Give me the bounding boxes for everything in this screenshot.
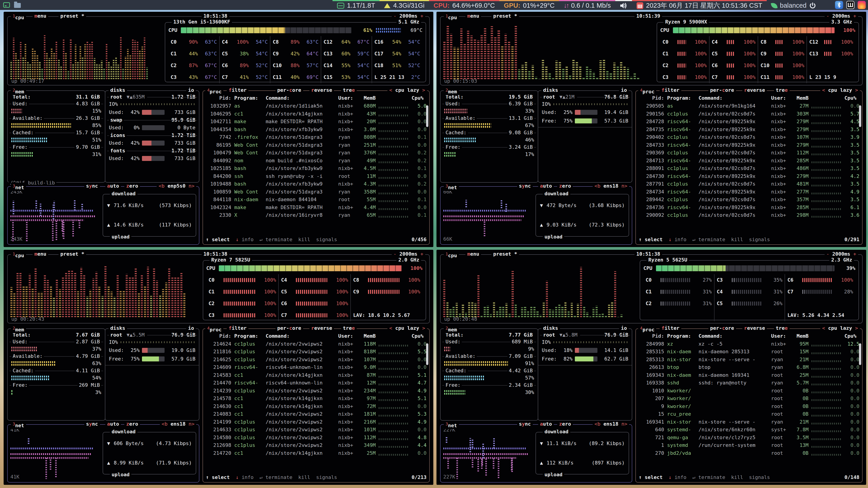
col-memb[interactable]: MemB	[359, 333, 376, 339]
process-scrollbar[interactable]	[426, 105, 428, 127]
process-row[interactable]: 289442cc1plus/nix/store/02cs0d7snixb+357…	[639, 196, 860, 204]
net-auto-button[interactable]: auto	[105, 183, 121, 189]
sort-next-button[interactable]: >	[852, 87, 858, 93]
network-panel-title[interactable]: 3net	[11, 421, 26, 429]
col-memb[interactable]: MemB	[792, 95, 809, 101]
kill-action[interactable]: kill	[298, 474, 310, 481]
tree-toggle[interactable]: tree	[341, 325, 357, 332]
process-row[interactable]: 100859Web Cont/nix/store/51dxgra3ryan358…	[206, 188, 427, 196]
net-zero-button[interactable]: zero	[557, 421, 573, 427]
net-interface-selector[interactable]: <b ens18 n>	[593, 421, 629, 427]
col-pid[interactable]: Pid:	[639, 95, 664, 101]
terminal-icon[interactable]	[3, 2, 10, 8]
preset-button[interactable]: preset *	[491, 251, 519, 257]
process-row[interactable]: 284736riscv64-/nix/store/89225k9xnixb+28…	[639, 204, 860, 212]
process-row[interactable]: 100479Web Cont/nix/store/51dxgra3ryan376…	[206, 149, 427, 157]
process-row[interactable]: 15rcu_preeroot0B0.0	[639, 410, 860, 418]
process-row[interactable]: 640systemd-/nix/store/6nkzr60nsyst+7.8M0…	[639, 426, 860, 434]
menu-button[interactable]: menu	[465, 13, 481, 20]
sort-next-button[interactable]: >	[419, 325, 426, 331]
clock-indicator[interactable]: 2023年 06月 17日 星期六 10:51:36 CST	[632, 0, 767, 10]
memory-panel-title[interactable]: 2mem	[11, 87, 26, 95]
sort-prev-button[interactable]: <	[822, 87, 828, 93]
gpu-indicator[interactable]: GPU: 01%+29°C	[499, 0, 559, 10]
col-program[interactable]: Program:	[234, 95, 263, 101]
col-user[interactable]: User:	[771, 95, 789, 101]
per-core-toggle[interactable]: per-core	[276, 325, 303, 332]
tree-toggle[interactable]: tree	[774, 325, 789, 332]
terminate-action[interactable]: ↵ terminate	[259, 236, 292, 243]
process-row[interactable]: 214624cc1plus/nix/store/2vwipws2nixb+118…	[206, 340, 427, 348]
sort-prev-button[interactable]: <	[389, 325, 395, 331]
col-pid[interactable]: Pid:	[206, 333, 231, 339]
cpu-panel-title[interactable]: 1cpu	[444, 251, 459, 259]
disks-panel-title[interactable]: disks	[541, 325, 560, 332]
process-row[interactable]: 2330X/nix/store/16iryvr8ryan65M0.1	[206, 211, 427, 219]
select-action[interactable]: ↑ select	[206, 474, 230, 481]
process-row[interactable]: 169341nix-stornix-store --serve -ryan21M…	[639, 418, 860, 426]
memory-indicator[interactable]: 4.3Gi/31Gi	[379, 0, 429, 10]
power-profile-indicator[interactable]: balanced	[767, 0, 820, 10]
io-toggle[interactable]: io	[619, 325, 629, 332]
interval-decrease-button[interactable]: -	[394, 13, 400, 19]
cpu-panel-title[interactable]: 1cpu	[444, 13, 459, 21]
filter-button[interactable]: filter	[659, 325, 681, 332]
terminate-action[interactable]: ↵ terminate	[692, 474, 725, 481]
process-row[interactable]: 844118nix-daemnix-daemon 844104root55M0.…	[206, 196, 427, 204]
process-row[interactable]: 284730riscv64-/nix/store/89225k9xnixb+27…	[639, 173, 860, 180]
process-row[interactable]: 214609riscv64-riscv64-unknown-linnixb+9.…	[206, 363, 427, 371]
process-row[interactable]: 169338sshdsshd: ryan@nottyryan5.7M0.0	[639, 379, 860, 387]
signals-action[interactable]: signals	[316, 474, 337, 481]
col-cpu[interactable]: Cpu% ↑	[412, 95, 427, 101]
preset-button[interactable]: preset *	[59, 251, 86, 257]
terminate-action[interactable]: ↵ terminate	[259, 474, 292, 481]
io-toggle[interactable]: io	[186, 87, 196, 94]
process-row[interactable]: 284998xzxz -c -5nixb+95M12.5	[639, 340, 860, 348]
sort-prev-button[interactable]: <	[822, 325, 828, 331]
process-row[interactable]: 285313nix-stornix-store --serve -ryan21M…	[639, 356, 860, 364]
col-cpu[interactable]: Cpu% ↑	[844, 333, 860, 339]
process-panel-title[interactable]: 4proc	[638, 87, 656, 95]
process-row[interactable]: 214199cc1plus/nix/store/2vwipws2nixb+216…	[206, 418, 427, 426]
sort-selector[interactable]: < cpu lazy >	[820, 325, 860, 332]
process-scrollbar[interactable]	[859, 105, 861, 127]
select-action[interactable]: ↑ select	[206, 236, 230, 243]
sort-prev-button[interactable]: <	[389, 87, 395, 93]
process-row[interactable]: 1044354bash/nix/store/xfb3ykw9nixb+3.0M0…	[206, 126, 427, 133]
interval-increase-button[interactable]: +	[850, 13, 857, 19]
sort-selector[interactable]: < cpu lazy >	[388, 87, 427, 94]
process-row[interactable]: 214083cc1/nix/store/2vwipws2nixb+181M5.3	[206, 410, 427, 418]
process-row[interactable]: 1019488bash/nix/store/xfb3ykw9nixb+4.3M0…	[206, 180, 427, 188]
process-row[interactable]: 1042324makemake DESTDIR= RPATHnixb+4.4M0…	[206, 204, 427, 212]
filter-button[interactable]: filter	[227, 87, 248, 94]
flame-app-icon[interactable]	[858, 1, 866, 9]
interval-increase-button[interactable]: +	[417, 13, 424, 19]
process-panel-title[interactable]: 4proc	[638, 325, 656, 333]
cpu-panel-title[interactable]: 1cpu	[11, 251, 26, 259]
memory-panel-title[interactable]: 2mem	[444, 325, 459, 333]
col-program[interactable]: Program:	[667, 95, 695, 101]
net-zero-button[interactable]: zero	[124, 421, 140, 427]
process-row[interactable]: 284734riscv64-/nix/store/89225k9xnixb+27…	[639, 188, 860, 196]
kill-action[interactable]: kill	[731, 236, 743, 243]
process-row[interactable]: 288091cc1plus/nix/store/02cs0d7snixb+486…	[639, 164, 860, 173]
process-row[interactable]: 26613btopbtopryan6.8M0.0	[639, 363, 860, 371]
net-auto-button[interactable]: auto	[538, 421, 554, 427]
process-row[interactable]: 285315nix-daemnix-daemon 285313root15M0.…	[639, 348, 860, 356]
reverse-toggle[interactable]: reverse	[309, 325, 334, 332]
net-sync-button[interactable]: sync	[517, 183, 533, 189]
net-interface-selector[interactable]: <b ens18 n>	[593, 183, 629, 189]
wayland-app-icon[interactable]: Ш	[846, 1, 855, 9]
interval-decrease-button[interactable]: -	[827, 251, 833, 257]
net-auto-button[interactable]: auto	[538, 183, 554, 189]
process-row[interactable]: 214239cc1plus/nix/store/2vwipws2nixb+234…	[206, 387, 427, 395]
disks-panel-title[interactable]: disks	[108, 87, 127, 94]
process-row[interactable]: 214580cc1plus/nix/store/2vwipws2nixb+112…	[206, 434, 427, 442]
process-row[interactable]: 86195Web Cont/nix/store/51dxgra3ryan251M…	[206, 141, 427, 149]
reverse-toggle[interactable]: reverse	[742, 87, 767, 94]
process-row[interactable]: 214583cc1/nix/store/k14gjkxnnixb+87M5.1	[206, 371, 427, 379]
process-row[interactable]: 284713riscv64-/nix/store/89225k9xnixb+28…	[639, 157, 860, 165]
process-row[interactable]: 207kworker/root0B0.0	[639, 395, 860, 402]
folder-icon[interactable]	[14, 3, 21, 8]
per-core-toggle[interactable]: per-core	[708, 87, 736, 94]
